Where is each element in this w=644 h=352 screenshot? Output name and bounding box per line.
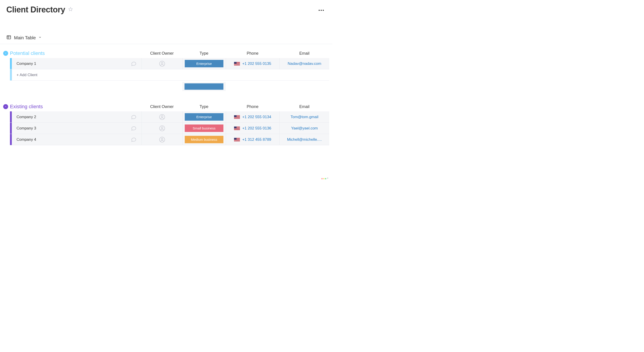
flag-us-icon bbox=[234, 115, 240, 119]
chat-icon[interactable] bbox=[126, 111, 142, 122]
page-title: Client Directory bbox=[6, 5, 65, 14]
phone-text: +1 202 555 0136 bbox=[242, 126, 271, 131]
cell-type[interactable]: Medium business bbox=[182, 134, 226, 145]
group-title[interactable]: Existing clients bbox=[10, 104, 43, 110]
col-header-email[interactable]: Email bbox=[280, 51, 329, 56]
row-color-bar bbox=[10, 123, 12, 134]
add-client-row[interactable]: + Add Client bbox=[10, 69, 329, 81]
chat-icon[interactable] bbox=[126, 123, 142, 134]
person-icon bbox=[159, 136, 165, 143]
page-header: Client Directory bbox=[0, 0, 332, 14]
cell-phone[interactable]: +1 202 555 0136 bbox=[226, 123, 280, 134]
type-badge: Medium business bbox=[185, 136, 224, 143]
phone-text: +1 202 555 0134 bbox=[242, 115, 271, 119]
group-collapse-toggle[interactable] bbox=[3, 51, 8, 56]
table-icon bbox=[6, 35, 11, 41]
cell-phone[interactable]: +1 202 555 0135 bbox=[226, 58, 280, 69]
type-summary-block bbox=[184, 83, 224, 90]
cell-owner[interactable] bbox=[142, 134, 182, 145]
col-header-type[interactable]: Type bbox=[182, 51, 226, 56]
group-header: Potential clients Client Owner Type Phon… bbox=[3, 50, 329, 56]
add-client-label[interactable]: + Add Client bbox=[12, 69, 329, 80]
type-badge: Enterprise bbox=[185, 113, 224, 121]
cell-type[interactable]: Enterprise bbox=[182, 111, 226, 122]
svg-point-4 bbox=[161, 62, 163, 64]
cell-email[interactable]: Michell@michelle.… bbox=[280, 134, 329, 145]
phone-text: +1 202 555 0135 bbox=[242, 61, 271, 66]
person-icon bbox=[159, 114, 165, 120]
cell-name[interactable]: Company 1 bbox=[12, 58, 126, 69]
chat-icon[interactable] bbox=[126, 58, 142, 69]
type-summary[interactable] bbox=[182, 82, 226, 91]
col-header-email[interactable]: Email bbox=[280, 104, 329, 109]
cell-email[interactable]: Yael@yael.com bbox=[280, 123, 329, 134]
cell-owner[interactable] bbox=[142, 58, 182, 69]
svg-point-10 bbox=[161, 138, 163, 140]
table-row[interactable]: Company 1 Enterprise +1 202 555 0135 Nad… bbox=[10, 58, 329, 69]
flag-us-icon bbox=[234, 126, 240, 130]
row-color-bar bbox=[10, 58, 12, 69]
col-header-owner[interactable]: Client Owner bbox=[142, 51, 182, 56]
flag-us-icon bbox=[234, 138, 240, 141]
chat-icon[interactable] bbox=[126, 134, 142, 145]
cell-name[interactable]: Company 2 bbox=[12, 111, 126, 122]
chevron-down-icon[interactable] bbox=[38, 36, 42, 40]
cell-owner[interactable] bbox=[142, 111, 182, 122]
person-icon bbox=[159, 125, 165, 131]
table-row[interactable]: Company 2 Enterprise +1 202 555 0134 Tom… bbox=[10, 111, 329, 123]
person-icon bbox=[159, 60, 165, 67]
view-bar: Main Table bbox=[0, 35, 332, 44]
cell-type[interactable]: Enterprise bbox=[182, 58, 226, 69]
column-headers: Client Owner Type Phone Email bbox=[142, 51, 329, 56]
cell-phone[interactable]: +1 312 455 8789 bbox=[226, 134, 280, 145]
star-icon[interactable] bbox=[68, 6, 73, 13]
svg-point-8 bbox=[161, 127, 163, 128]
cell-email[interactable]: Tom@tom.gmail bbox=[280, 111, 329, 122]
col-header-owner[interactable]: Client Owner bbox=[142, 104, 182, 109]
table-row[interactable]: Company 4 Medium business +1 312 455 878… bbox=[10, 134, 329, 145]
svg-rect-0 bbox=[7, 36, 11, 39]
group-rows: Company 1 Enterprise +1 202 555 0135 Nad… bbox=[3, 58, 329, 81]
cell-type[interactable]: Small business bbox=[182, 123, 226, 134]
view-name[interactable]: Main Table bbox=[14, 35, 36, 40]
cell-phone[interactable]: +1 202 555 0134 bbox=[226, 111, 280, 122]
header-left: Client Directory bbox=[6, 5, 73, 14]
group-summary-row bbox=[10, 82, 329, 91]
row-color-bar bbox=[10, 111, 12, 122]
cell-owner[interactable] bbox=[142, 123, 182, 134]
type-badge: Enterprise bbox=[185, 60, 224, 67]
group-potential-clients: Potential clients Client Owner Type Phon… bbox=[0, 50, 332, 91]
watermark-icon: + bbox=[321, 176, 328, 180]
group-header: Existing clients Client Owner Type Phone… bbox=[3, 104, 329, 110]
svg-point-6 bbox=[161, 115, 163, 117]
type-badge: Small business bbox=[185, 124, 224, 132]
cell-name[interactable]: Company 4 bbox=[12, 134, 126, 145]
flag-us-icon bbox=[234, 62, 240, 65]
table-row[interactable]: Company 3 Small business +1 202 555 0136… bbox=[10, 123, 329, 134]
col-header-type[interactable]: Type bbox=[182, 104, 226, 109]
group-title[interactable]: Potential clients bbox=[10, 50, 45, 56]
group-existing-clients: Existing clients Client Owner Type Phone… bbox=[0, 104, 332, 145]
row-color-bar bbox=[10, 134, 12, 145]
cell-email[interactable]: Nadav@nadav.com bbox=[280, 58, 329, 69]
col-header-phone[interactable]: Phone bbox=[226, 51, 280, 56]
row-color-bar bbox=[10, 69, 12, 80]
phone-text: +1 312 455 8789 bbox=[242, 137, 271, 142]
column-headers: Client Owner Type Phone Email bbox=[142, 104, 329, 109]
group-rows: Company 2 Enterprise +1 202 555 0134 Tom… bbox=[3, 111, 329, 145]
group-collapse-toggle[interactable] bbox=[3, 104, 8, 109]
cell-name[interactable]: Company 3 bbox=[12, 123, 126, 134]
more-options-button[interactable] bbox=[316, 6, 326, 13]
col-header-phone[interactable]: Phone bbox=[226, 104, 280, 109]
